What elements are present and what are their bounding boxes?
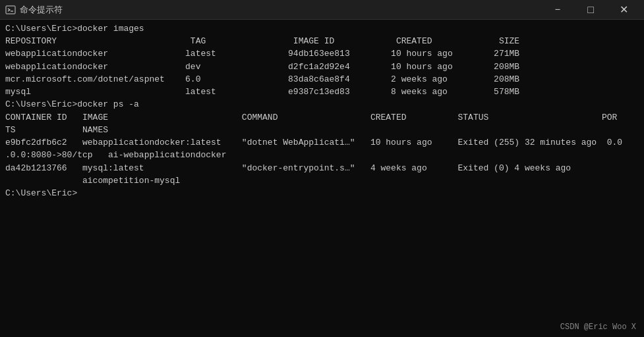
terminal-line: e9bfc2dfb6c2 webapplicationdocker:latest… [5,136,639,149]
title-bar-left: 命令提示符 [5,4,63,16]
minimize-button[interactable]: － [542,0,573,20]
terminal-line: CONTAINER ID IMAGE COMMAND CREATED STATU… [5,111,639,124]
title-bar-text: 命令提示符 [20,4,63,16]
terminal-icon [5,5,16,15]
terminal-body: C:\Users\Eric>docker imagesREPOSITORY TA… [0,20,644,337]
title-bar: 命令提示符 － □ ✕ [0,0,644,20]
terminal-line: C:\Users\Eric> [5,187,639,199]
terminal-line: C:\Users\Eric>docker ps -a [5,98,639,111]
terminal-line: mysql latest e9387c13ed83 8 weeks ago 57… [5,86,639,98]
close-button[interactable]: ✕ [608,0,639,20]
title-bar-controls: － □ ✕ [542,0,639,20]
terminal-line: webapplicationdocker dev d2fc1a2d92e4 10… [5,61,639,73]
terminal-line: webapplicationdocker latest 94db163ee813… [5,47,639,60]
terminal-line: REPOSITORY TAG IMAGE ID CREATED SIZE [5,35,639,47]
terminal-line: .0.0:8080->80/tcp ai-webapplicationdocke… [5,149,639,161]
terminal-line: TS NAMES [5,124,639,136]
terminal-line: da42b1213766 mysql:latest "docker-entryp… [5,162,639,174]
watermark: CSDN @Eric Woo X [560,323,636,332]
terminal-line: C:\Users\Eric>docker images [5,22,639,35]
maximize-button[interactable]: □ [575,0,606,20]
terminal-line: aicompetition-mysql [5,174,639,187]
terminal-line: mcr.microsoft.com/dotnet/aspnet 6.0 83da… [5,73,639,86]
